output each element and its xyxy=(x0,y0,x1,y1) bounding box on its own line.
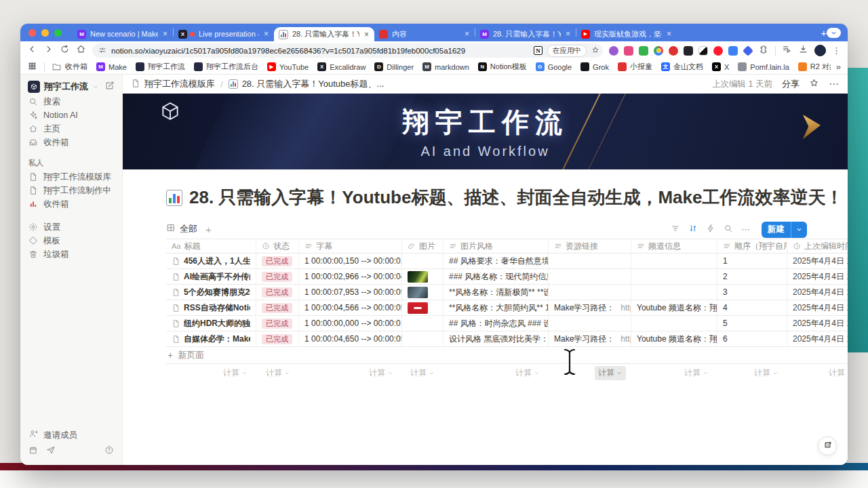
bookmark-item[interactable]: Mmarkdown xyxy=(422,62,469,71)
browser-tab[interactable]: 内容× xyxy=(374,26,475,41)
style-cell[interactable]: **风格名称：清新极简** **设计风格 xyxy=(443,285,549,300)
opera-extension[interactable] xyxy=(713,46,723,56)
order-cell[interactable]: 1 xyxy=(717,253,787,268)
extensions-puzzle-icon[interactable] xyxy=(759,44,769,57)
order-cell[interactable]: 3 xyxy=(717,285,787,300)
subtitle-cell[interactable]: 1 00:00:02,966 --> 00:00:04,466 xyxy=(299,269,402,284)
zoom-window-button[interactable] xyxy=(54,29,62,37)
lotus-extension[interactable] xyxy=(609,46,618,56)
bookmark-item[interactable]: 收件箱 xyxy=(52,62,87,72)
resource-link[interactable]: https://www. xyxy=(620,334,631,344)
new-tab-button[interactable]: + xyxy=(821,27,827,39)
edited-cell[interactable]: 2025年4月4日 12:36 xyxy=(787,285,848,300)
more-options-icon[interactable]: ⋯ xyxy=(829,78,840,90)
tab-close-icon[interactable]: × xyxy=(363,30,370,39)
order-cell[interactable]: 6 xyxy=(717,331,787,346)
view-tab-all[interactable]: 全部 xyxy=(166,223,197,237)
resource-cell[interactable]: Make学习路径：https://www. xyxy=(549,331,631,346)
view-options-icon[interactable]: ⋯ xyxy=(741,224,751,235)
calculate-cell[interactable]: 计算 xyxy=(256,364,299,382)
title-cell[interactable]: 5个必知赛博朋克2077结局： xyxy=(166,285,256,300)
style-cell[interactable]: **风格名称：大胆简约风** 1. **设计 xyxy=(443,300,549,315)
resource-cell[interactable]: Make学习路径：https://www. xyxy=(549,300,631,315)
image-cell[interactable] xyxy=(402,316,443,331)
style-cell[interactable]: 设计风格 黑底强对比美学：纯黑背景 xyxy=(443,331,549,346)
browser-menu-icon[interactable]: ⋮ xyxy=(832,45,841,56)
column-header[interactable]: 频道信息 xyxy=(631,239,717,253)
downloads-icon[interactable] xyxy=(798,44,808,57)
column-header[interactable]: 图片风格 xyxy=(443,239,549,253)
bookmark-item[interactable]: 文金山文档 xyxy=(661,62,703,72)
new-record-button[interactable]: 新建 xyxy=(762,222,807,238)
status-cell[interactable]: 已完成 xyxy=(256,285,299,300)
bookmark-item[interactable]: R2 对象存储 xyxy=(798,62,831,72)
help-icon[interactable] xyxy=(104,445,114,457)
status-cell[interactable]: 已完成 xyxy=(256,269,299,284)
title-cell[interactable]: RSS自动存储Notion完整教程 xyxy=(166,300,256,315)
bookmark-item[interactable]: 翔宇工作流后台 xyxy=(194,62,258,72)
edited-cell[interactable]: 2025年4月4日 12:40 xyxy=(787,331,848,346)
tab-close-icon[interactable]: × xyxy=(263,29,269,39)
subtitle-cell[interactable]: 1 00:00:07,953 --> 00:00:09,328 xyxy=(299,285,402,300)
table-row[interactable]: 自媒体必学：Make.com打造已完成1 00:00:04,650 --> 00… xyxy=(166,331,848,347)
filter-icon[interactable] xyxy=(671,224,680,236)
address-bar[interactable]: notion.so/xiaoyuzaici/1c5017a905fd80a197… xyxy=(92,43,603,58)
calculate-cell[interactable]: 计算 xyxy=(549,364,631,382)
sidebar-item-Notion AI[interactable]: Notion AI xyxy=(25,108,117,122)
bookmark-item[interactable]: GGoogle xyxy=(536,62,572,71)
sidebar-item-垃圾箱[interactable]: 垃圾箱 xyxy=(25,247,117,261)
sidebar-item-搜索[interactable]: 搜索 xyxy=(25,95,117,108)
subtitle-cell[interactable]: 1 00:00:04,566 --> 00:00:05,733 xyxy=(299,300,402,315)
order-cell[interactable]: 4 xyxy=(717,300,787,315)
notion-ai-button[interactable] xyxy=(818,436,837,455)
channel-cell[interactable]: Youtube 频道名称：翔宇工作流 xyxy=(631,331,717,346)
bookmark-item[interactable]: Pomf.lain.la xyxy=(738,62,789,71)
invite-members-button[interactable]: 邀请成员 xyxy=(25,427,117,443)
home-button[interactable] xyxy=(76,44,86,57)
browser-tab[interactable]: MNew scenario | Make× xyxy=(73,26,173,41)
media-list-icon[interactable] xyxy=(782,44,792,57)
bookmark-item[interactable]: XExcalidraw xyxy=(317,62,366,71)
bookmark-item[interactable]: MMake xyxy=(96,62,127,71)
site-info-icon[interactable] xyxy=(98,46,106,56)
sidebar-item-翔宇工作流制作中[interactable]: 翔宇工作流制作中 xyxy=(25,184,117,197)
edited-cell[interactable]: 2025年4月4日 12:40 xyxy=(787,316,848,331)
channel-cell[interactable]: Youtube 频道名称：翔宇工作流 xyxy=(631,300,717,315)
calculate-cell[interactable]: 计算 xyxy=(631,364,717,382)
resource-cell[interactable] xyxy=(549,253,631,268)
bookmark-item[interactable]: XX xyxy=(712,62,729,71)
column-header[interactable]: 资源链接 xyxy=(549,239,631,253)
calculate-cell[interactable]: 计算 xyxy=(717,364,787,382)
close-window-button[interactable] xyxy=(28,29,36,37)
table-row[interactable]: 纽约HDR大师的独门秘籍：9已完成1 00:00:00,000 --> 00:0… xyxy=(166,316,848,331)
channel-cell[interactable] xyxy=(631,253,717,268)
diamond-extension[interactable] xyxy=(743,45,753,56)
tab-close-icon[interactable]: × xyxy=(162,29,168,39)
order-cell[interactable]: 5 xyxy=(717,316,787,331)
breadcrumb-page[interactable]: 28. 只需输入字幕！Youtube标题、... xyxy=(229,78,384,90)
order-cell[interactable]: 2 xyxy=(717,269,787,284)
table-row[interactable]: RSS自动存储Notion完整教程已完成1 00:00:04,566 --> 0… xyxy=(166,300,848,316)
title-cell[interactable]: 456人进入，1人生还：真实 xyxy=(166,253,256,268)
bookmark-item[interactable]: 小报童 xyxy=(618,62,652,72)
favorite-star-icon[interactable] xyxy=(809,78,819,90)
browser-tab[interactable]: ▶现实版鱿鱼游戏，坚持到最后× xyxy=(576,26,677,41)
table-row[interactable]: 5个必知赛博朋克2077结局：已完成1 00:00:07,953 --> 00:… xyxy=(166,285,848,300)
image-cell[interactable] xyxy=(402,300,443,315)
column-header[interactable]: 图片 xyxy=(402,239,443,253)
channel-cell[interactable] xyxy=(631,269,717,284)
column-header[interactable]: Aa标题 xyxy=(166,239,256,253)
sidebar-item-收件箱[interactable]: 收件箱 xyxy=(25,197,117,211)
style-cell[interactable]: ## 风格要求：奢华自然意境风 设计风 xyxy=(443,253,549,268)
image-cell[interactable] xyxy=(402,253,443,268)
workspace-switcher[interactable]: 翔宇工作流 xyxy=(25,79,117,95)
calendar-icon[interactable] xyxy=(28,445,38,457)
cover-banner[interactable]: 翔宇工作流 AI and Workflow xyxy=(123,94,848,169)
bookmark-item[interactable]: NNotion模板 xyxy=(478,62,527,72)
column-header[interactable]: 状态 xyxy=(256,239,299,253)
channel-cell[interactable] xyxy=(631,316,717,331)
browser-tab[interactable]: M28. 只需输入字幕！Youtube标× xyxy=(475,26,576,41)
back-button[interactable] xyxy=(27,44,37,57)
status-cell[interactable]: 已完成 xyxy=(256,300,299,315)
table-row[interactable]: 456人进入，1人生还：真实已完成1 00:00:00,150 --> 00:0… xyxy=(166,253,848,269)
